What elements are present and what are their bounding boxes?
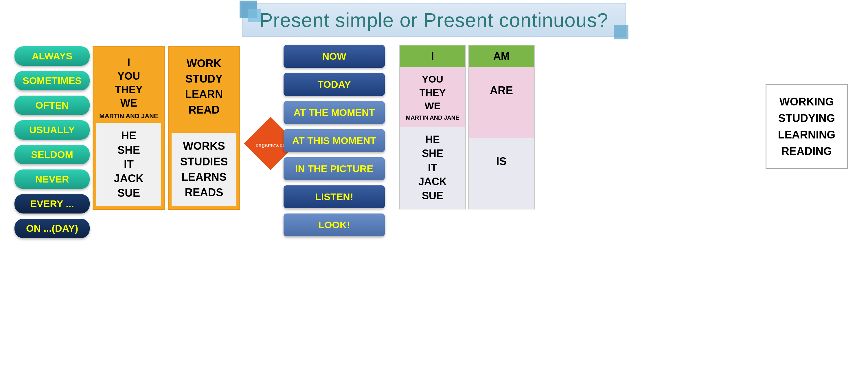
subject-top: IYOUTHEYWE MARTIN AND JANE	[96, 50, 161, 123]
conj-col-subject: I YOUTHEYWE MARTIN AND JANE HESHEITJACKS…	[399, 45, 466, 209]
sidebar: ALWAYS SOMETIMES OFTEN USUALLY SELDOM NE…	[14, 46, 90, 238]
verb-bottom: WORKSSTUDIESLEARNSREADS	[172, 133, 237, 206]
header-box: Present simple or Present continuous?	[242, 3, 626, 37]
corner-decoration-br	[614, 25, 628, 39]
time-at-the-moment[interactable]: AT THE MOMENT	[283, 101, 385, 124]
conj-header-i: I	[400, 46, 465, 67]
conj-body-top-pronouns: YOUTHEYWE MARTIN AND JANE	[400, 67, 465, 127]
conj-body-is: IS	[469, 138, 534, 209]
conjugation-table: I YOUTHEYWE MARTIN AND JANE HESHEITJACKS…	[399, 45, 535, 209]
adverb-never[interactable]: NEVER	[14, 169, 90, 189]
time-listen[interactable]: LISTEN!	[283, 186, 385, 208]
time-today[interactable]: TODAY	[283, 73, 385, 96]
subject-top-sub: MARTIN AND JANE	[99, 112, 158, 120]
conj-body-are: ARE	[469, 67, 534, 138]
adverb-often[interactable]: OFTEN	[14, 95, 90, 115]
time-now[interactable]: NOW	[283, 45, 385, 68]
subject-bottom: HESHEITJACKSUE	[96, 123, 161, 206]
orange-boxes: IYOUTHEYWE MARTIN AND JANE HESHEITJACKSU…	[93, 46, 240, 210]
ing-forms-text: WORKINGSTUDYINGLEARNINGREADING	[778, 93, 835, 160]
adverb-on-day[interactable]: ON ...(DAY)	[14, 219, 90, 238]
time-buttons: NOW TODAY AT THE MOMENT AT THIS MOMENT I…	[283, 45, 385, 236]
page-title: Present simple or Present continuous?	[260, 9, 609, 31]
verb-bottom-list: WORKSSTUDIESLEARNSREADS	[175, 138, 234, 200]
subject-box: IYOUTHEYWE MARTIN AND JANE HESHEITJACKSU…	[93, 46, 165, 210]
adverb-every[interactable]: EVERY ...	[14, 194, 90, 214]
header-area: Present simple or Present continuous?	[43, 3, 825, 37]
time-at-this-moment[interactable]: AT THIS MOMENT	[283, 129, 385, 152]
subject-bottom-pronouns: HESHEITJACKSUE	[99, 129, 158, 200]
conj-col-verb: AM ARE IS	[468, 45, 535, 209]
verb-top: WORKSTUDYLEARNREAD	[172, 50, 237, 133]
conj-header-am: AM	[469, 46, 534, 67]
time-in-the-picture[interactable]: IN THE PICTURE	[283, 157, 385, 180]
subject-top-pronouns: IYOUTHEYWE	[99, 56, 158, 110]
verb-top-list: WORKSTUDYLEARNREAD	[175, 56, 234, 118]
adverb-always[interactable]: ALWAYS	[14, 46, 90, 66]
adverb-usually[interactable]: USUALLY	[14, 120, 90, 140]
ing-forms-box: WORKINGSTUDYINGLEARNINGREADING	[766, 84, 848, 169]
adverb-sometimes[interactable]: SOMETIMES	[14, 71, 90, 90]
corner-decoration-tl2	[248, 9, 261, 22]
conj-body-bottom-pronouns: HESHEITJACKSUE	[400, 127, 465, 209]
time-look[interactable]: LOOK!	[283, 214, 385, 236]
conj-martin-jane: MARTIN AND JANE	[403, 114, 462, 121]
verb-box: WORKSTUDYLEARNREAD WORKSSTUDIESLEARNSREA…	[168, 46, 240, 210]
adverb-seldom[interactable]: SELDOM	[14, 145, 90, 164]
